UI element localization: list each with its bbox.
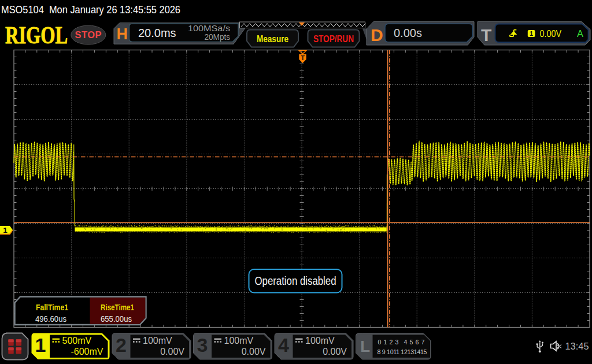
svg-text:FallTime1: FallTime1 [36,303,68,312]
svg-text:0.00V: 0.00V [160,347,184,356]
svg-text:2: 2 [116,334,127,356]
svg-text:100MSa/s: 100MSa/s [188,24,230,33]
svg-text:655.00us: 655.00us [101,314,132,324]
svg-text:0.00V: 0.00V [323,347,347,356]
svg-text:T: T [481,25,491,44]
svg-text:500mV: 500mV [62,336,92,346]
svg-text:496.60us: 496.60us [35,314,66,324]
svg-text:Measure: Measure [257,34,288,44]
svg-text:20.0ms: 20.0ms [138,27,176,39]
svg-text:8 9 1011 12131415: 8 9 1011 12131415 [378,348,427,355]
svg-text:STOP/RUN: STOP/RUN [313,34,354,44]
svg-text:0.00V: 0.00V [540,28,562,39]
svg-text:1: 1 [530,30,533,37]
svg-text:0 1 2 3: 0 1 2 3 [378,339,399,346]
svg-text:100mV: 100mV [224,336,254,346]
svg-text:T: T [301,54,305,61]
svg-text:100mV: 100mV [143,336,172,346]
svg-text:RIGOL: RIGOL [5,22,68,49]
svg-text:0.00V: 0.00V [242,347,266,356]
svg-text:MSO5104 Mon January 26 13:45:: MSO5104 Mon January 26 13:45:55 2026 [1,3,180,16]
svg-text:4: 4 [278,334,289,356]
svg-text:3: 3 [197,334,208,356]
svg-text:STOP: STOP [75,29,102,40]
svg-text:1: 1 [3,226,8,235]
svg-text:H: H [117,25,128,43]
svg-text:1: 1 [35,334,46,356]
svg-text:Operation disabled: Operation disabled [255,274,336,287]
svg-text:20Mpts: 20Mpts [205,32,231,42]
svg-text:-600mV: -600mV [71,347,103,356]
svg-text:RiseTime1: RiseTime1 [101,303,134,312]
svg-text:D: D [371,25,383,44]
svg-text:L: L [360,337,370,355]
svg-text:13:45: 13:45 [565,341,589,352]
svg-text:A: A [577,28,583,39]
svg-text:4 5 6 7: 4 5 6 7 [404,339,425,346]
svg-text:100mV: 100mV [305,336,335,346]
svg-text:0.00s: 0.00s [394,27,422,39]
